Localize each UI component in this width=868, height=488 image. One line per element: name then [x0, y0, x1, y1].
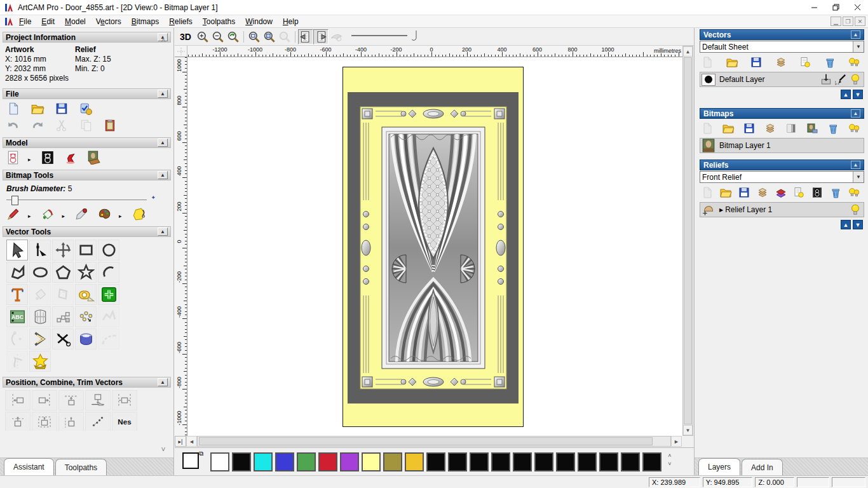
collapse-button[interactable]: ▲	[851, 30, 860, 39]
text-block-icon[interactable]: ABC	[6, 306, 28, 327]
bulb-doc-icon[interactable]	[792, 186, 805, 199]
open-folder-icon[interactable]	[719, 186, 732, 199]
align-center-icon[interactable]	[112, 390, 137, 410]
teddy-dark-icon[interactable]	[41, 151, 55, 165]
rectangle-icon[interactable]	[75, 240, 97, 261]
vector-sheet-select[interactable]: Default Sheet ▼	[700, 41, 864, 53]
align-t2-icon[interactable]	[32, 412, 57, 431]
align-t3-icon[interactable]	[58, 412, 84, 431]
bitmap-layer-row[interactable]: Bitmap Layer 1	[700, 138, 864, 153]
vector-layer-row[interactable]: Default Layer	[700, 72, 864, 87]
collapse-button[interactable]: ▲	[158, 139, 168, 147]
nesting-icon[interactable]: Nes	[112, 412, 137, 431]
palette-swatch[interactable]	[470, 452, 489, 471]
merge-stack-icon[interactable]	[756, 186, 769, 199]
tab-add-in[interactable]: Add In	[742, 459, 783, 475]
text-icon[interactable]	[6, 284, 28, 305]
align-bottom-icon[interactable]	[85, 390, 111, 410]
palette-scroll-up-icon[interactable]: ˄	[664, 452, 675, 459]
horizontal-scrollbar[interactable]: ▸| ◄ ►	[175, 436, 682, 447]
panel-scroll-down[interactable]: ˅	[158, 446, 168, 454]
palette-swatch[interactable]	[210, 452, 229, 471]
palette-scroll-down-icon[interactable]: ˅	[664, 461, 675, 467]
palette-swatch[interactable]	[578, 452, 597, 471]
merge-stack-icon[interactable]	[775, 56, 787, 69]
collapse-button[interactable]: ▲	[158, 227, 168, 236]
bulb-doc-icon[interactable]	[799, 56, 811, 69]
palette-swatch[interactable]	[383, 452, 402, 471]
block-copy-icon[interactable]	[52, 306, 74, 327]
zoom-out-icon[interactable]	[210, 29, 226, 44]
mona-icon[interactable]	[86, 151, 100, 165]
flyout-arrow-icon[interactable]: ▸	[28, 156, 31, 163]
palette-swatch[interactable]	[340, 452, 359, 471]
teddy-doc-icon[interactable]	[6, 151, 20, 165]
nudge-icon[interactable]	[75, 306, 97, 327]
scroll-left-arrow-icon[interactable]: ◄	[186, 436, 197, 447]
align-left-icon[interactable]	[5, 390, 31, 410]
open-folder-icon[interactable]	[722, 122, 735, 135]
expand-arrow-icon[interactable]: ▶	[719, 207, 723, 213]
trim-icon[interactable]	[52, 329, 74, 349]
flood-fill-icon[interactable]	[41, 207, 55, 221]
bisector-icon[interactable]	[29, 329, 51, 349]
polygon-icon[interactable]	[52, 262, 74, 283]
page-right-icon[interactable]	[313, 29, 329, 44]
palette-swatch[interactable]	[362, 452, 381, 471]
circle-icon[interactable]	[98, 240, 119, 261]
gradient-square-icon[interactable]	[785, 122, 797, 135]
scroll-up-arrow-icon[interactable]: ▲	[683, 46, 693, 57]
trash-icon[interactable]	[829, 186, 842, 199]
menu-reliefs[interactable]: Reliefs	[164, 16, 198, 27]
eyedropper-icon[interactable]	[74, 207, 88, 221]
palette-swatch[interactable]	[318, 452, 337, 471]
palette-swatch[interactable]	[275, 452, 294, 471]
bulb-icon[interactable]	[848, 72, 862, 86]
save-icon[interactable]	[55, 102, 69, 116]
palette-swatch[interactable]	[599, 452, 618, 471]
move-layer-down-button[interactable]: ▼	[853, 90, 863, 99]
trash-icon[interactable]	[827, 122, 839, 135]
paint-pen-icon[interactable]	[6, 207, 20, 221]
dropdown-arrow-icon[interactable]: ▼	[853, 41, 864, 52]
menu-file[interactable]: File	[14, 16, 36, 27]
collapse-button[interactable]: ▲	[158, 378, 168, 386]
line-width-preview[interactable]	[350, 29, 420, 44]
polyline-icon[interactable]	[6, 262, 28, 283]
wrap-star-icon[interactable]	[29, 351, 51, 372]
menu-toolpaths[interactable]: Toolpaths	[198, 16, 240, 27]
slider-thumb[interactable]	[11, 196, 18, 205]
relief-select[interactable]: Front Relief ▼	[700, 171, 864, 183]
collapse-button[interactable]: ▲	[158, 90, 168, 98]
merge-stack-icon[interactable]	[764, 122, 776, 135]
scroll-right-arrow-icon[interactable]: ►	[671, 436, 682, 447]
relief-layer-row[interactable]: ▶ Relief Layer 1	[700, 202, 864, 217]
palette-swatch[interactable]	[621, 452, 640, 471]
move-layer-up-button[interactable]: ▲	[841, 90, 851, 99]
menu-help[interactable]: Help	[278, 16, 304, 27]
vertical-scroll-thumb[interactable]	[684, 57, 692, 424]
align-t1-icon[interactable]	[5, 412, 31, 431]
palette-swatch[interactable]	[254, 452, 273, 471]
palette-swatch[interactable]	[297, 452, 316, 471]
texture-icon[interactable]	[132, 207, 146, 221]
menu-window[interactable]: Window	[240, 16, 278, 27]
palette-swatch[interactable]	[642, 452, 661, 471]
measure-icon[interactable]	[75, 284, 97, 305]
zoom-object-icon[interactable]	[262, 29, 277, 44]
edit-snap-icon[interactable]	[834, 72, 848, 86]
collapse-button[interactable]: ▲	[851, 161, 860, 169]
tab-assistant[interactable]: Assistant	[4, 458, 54, 475]
layer-color-swatch[interactable]	[702, 74, 715, 86]
move-layer-down-button[interactable]: ▼	[853, 220, 863, 229]
clipboard-icon[interactable]	[103, 118, 117, 132]
star-icon[interactable]	[75, 262, 97, 283]
undo-icon[interactable]	[6, 118, 20, 132]
vertical-scrollbar[interactable]: ▲ ▼	[682, 46, 693, 436]
save-icon[interactable]	[738, 186, 750, 199]
mdi-restore-button[interactable]: ❐	[843, 17, 853, 26]
bulbs-all-icon[interactable]	[848, 122, 860, 135]
model-check-icon[interactable]	[79, 102, 93, 116]
tab-layers[interactable]: Layers	[698, 458, 740, 475]
lamp-icon[interactable]	[64, 151, 78, 165]
